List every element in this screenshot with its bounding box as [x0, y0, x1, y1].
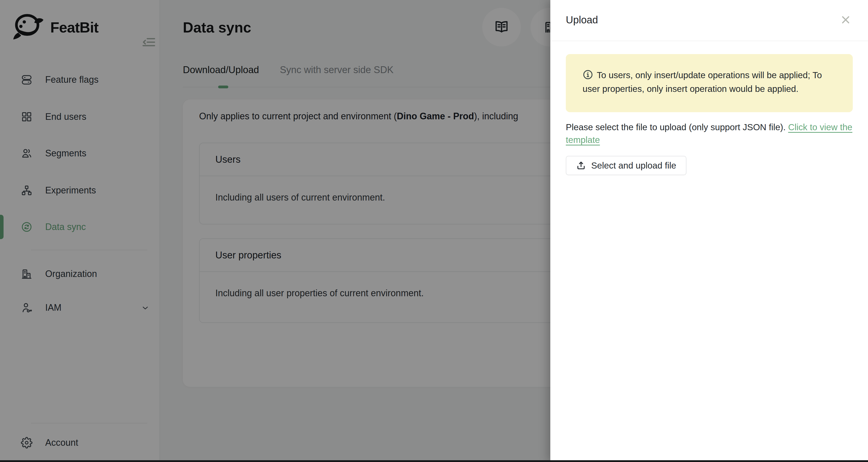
window-bottom-edge: [0, 460, 868, 462]
select-and-upload-button[interactable]: Select and upload file: [566, 156, 686, 175]
drawer-body: To users, only insert/update operations …: [550, 41, 868, 175]
drawer-header: Upload: [550, 0, 868, 41]
view-template-link[interactable]: Click to view the: [788, 122, 852, 132]
select-file-text: Please select the file to upload (only s…: [566, 122, 786, 132]
view-template-link[interactable]: template: [566, 135, 600, 145]
info-alert: To users, only insert/update operations …: [566, 54, 853, 112]
upload-drawer: Upload To users, only insert/update oper…: [550, 0, 868, 462]
upload-instructions: Please select the file to upload (only s…: [566, 121, 853, 146]
alert-line-1: To users, only insert/update operations …: [583, 68, 845, 82]
info-circle-icon: [583, 69, 593, 80]
drawer-title: Upload: [566, 14, 598, 26]
upload-button-label: Select and upload file: [591, 160, 676, 171]
alert-text: To users, only insert/update operations …: [597, 70, 822, 80]
alert-line-2: user properties, only insert operation w…: [583, 82, 845, 96]
close-icon[interactable]: [840, 14, 851, 25]
upload-icon: [576, 160, 586, 171]
